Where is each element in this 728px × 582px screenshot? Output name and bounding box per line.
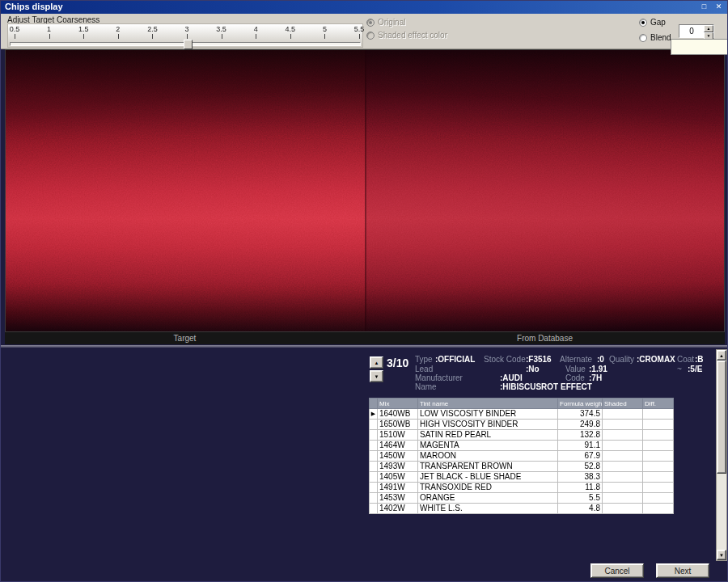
table-row[interactable]: 1510WSATIN RED PEARL132.8 <box>370 430 674 441</box>
window-controls: □ ✕ <box>699 2 724 11</box>
coarseness-ruler[interactable]: 0.511.522.533.544.555.5 <box>7 23 363 48</box>
diff-cell <box>643 441 674 451</box>
ruler-tick-label: 2 <box>116 25 120 33</box>
diff-cell <box>643 493 674 504</box>
field-label-name: Name <box>415 382 437 391</box>
chip-labels-bar: Target From Database <box>5 332 725 344</box>
table-row[interactable]: 1464WMAGENTA91.1 <box>370 441 674 451</box>
mix-cell: 1464W <box>378 441 418 451</box>
down-arrow-icon: ▼ <box>719 553 724 558</box>
diff-cell <box>643 472 674 483</box>
up-arrow-icon: ▲ <box>375 361 379 365</box>
field-label-type: Type <box>415 355 433 364</box>
formula-weight-cell: 52.8 <box>558 462 603 472</box>
field-value-lead: :No <box>526 365 540 373</box>
ruler-tick-label: 3 <box>184 25 188 33</box>
next-record-button[interactable]: ▼ <box>370 370 383 382</box>
radio-label: Gap <box>650 18 666 27</box>
from-database-label: From Database <box>365 332 725 344</box>
vertical-scrollbar[interactable]: ▲ ▼ <box>716 349 727 561</box>
spinner-dropdown-panel <box>671 39 728 55</box>
table-row[interactable]: 1493WTRANSPARENT BROWN52.8 <box>370 462 674 472</box>
radio-original: Original <box>366 18 405 27</box>
formula-table-header: MixTint nameFormula weightShadedDiff. <box>370 399 674 409</box>
column-header-tint-name[interactable]: Tint name <box>418 399 558 409</box>
diff-cell <box>643 430 674 441</box>
mix-cell: 1510W <box>378 430 418 441</box>
title-bar[interactable]: Chips display □ ✕ <box>1 1 727 14</box>
ruler-tick <box>290 34 291 39</box>
mix-cell: 1650WB <box>378 420 418 430</box>
column-header-diff[interactable]: Diff. <box>643 399 674 409</box>
ruler-tick <box>83 34 84 39</box>
scrollbar-thumb[interactable] <box>717 361 726 474</box>
formula-weight-cell: 91.1 <box>558 441 603 451</box>
field-label-quality: Quality <box>609 355 634 364</box>
field-value-manufacturer: :AUDI <box>500 373 523 382</box>
mix-cell: 1402W <box>378 504 418 514</box>
maximize-icon[interactable]: □ <box>699 2 709 11</box>
spinner-up-icon[interactable]: ▲ <box>704 25 713 32</box>
row-selector <box>370 451 378 462</box>
shaded-cell <box>603 472 643 483</box>
shaded-cell <box>603 504 643 514</box>
window-title: Chips display <box>5 2 63 11</box>
mix-cell: 1405W <box>378 472 418 483</box>
ruler-tick-label: 5.5 <box>354 25 365 33</box>
next-button[interactable]: Next <box>656 563 709 578</box>
row-selector <box>370 472 378 483</box>
diff-cell <box>643 420 674 430</box>
field-label-tilde: ~ <box>677 365 682 373</box>
shaded-cell <box>603 462 643 472</box>
radio-label: Original <box>378 18 405 27</box>
radio-label: Blend <box>650 33 671 42</box>
scrollbar-down-button[interactable]: ▼ <box>717 550 726 560</box>
ruler-tick <box>118 34 119 39</box>
radio-label: Shaded effect color <box>378 31 447 40</box>
ruler-tick <box>222 34 222 39</box>
radio-gap[interactable]: Gap <box>639 18 666 27</box>
diff-cell <box>643 462 674 472</box>
close-icon[interactable]: ✕ <box>713 2 724 11</box>
ruler-tick <box>187 34 188 39</box>
formula-weight-cell: 132.8 <box>558 430 603 441</box>
field-label-lead: Lead <box>415 365 433 373</box>
row-selector <box>370 483 378 493</box>
table-row[interactable]: 1491WTRANSOXIDE RED11.8 <box>370 483 674 493</box>
table-row[interactable]: 1450WMAROON67.9 <box>370 451 674 462</box>
column-header-mix[interactable]: Mix <box>378 399 418 409</box>
scrollbar-up-button[interactable]: ▲ <box>717 350 726 361</box>
tint-name-cell: WHITE L.S. <box>418 504 558 514</box>
ruler-tick-label: 5 <box>323 25 327 33</box>
field-value-quality: :CROMAX <box>637 355 675 364</box>
field-value-stock_code: :F3516 <box>526 355 552 364</box>
gap-spinner[interactable]: 0 ▲ ▼ <box>679 24 714 38</box>
table-row[interactable]: 1453WORANGE5.5 <box>370 493 674 504</box>
cancel-button[interactable]: Cancel <box>590 563 644 578</box>
diff-cell <box>643 409 674 420</box>
formula-weight-cell: 5.5 <box>558 493 603 504</box>
field-label-code: Code <box>565 373 585 382</box>
shaded-cell <box>603 420 643 430</box>
table-row[interactable]: 1650WBHIGH VISCOSITY BINDER249.8 <box>370 420 674 430</box>
column-header-formula-weight[interactable]: Formula weight <box>558 399 603 409</box>
coarseness-slider-handle[interactable] <box>184 40 193 49</box>
radio-shaded-effect-color: Shaded effect color <box>366 31 447 40</box>
chip-database-half <box>365 50 724 331</box>
row-selector <box>370 504 378 514</box>
mix-cell: 1640WB <box>378 409 418 420</box>
field-label-stock_code: Stock Code <box>484 355 526 364</box>
table-row[interactable]: 1402WWHITE L.S.4.8 <box>370 504 674 514</box>
radio-icon <box>366 32 375 40</box>
table-row[interactable]: 1405WJET BLACK - BLUE SHADE38.3 <box>370 472 674 483</box>
prev-record-button[interactable]: ▲ <box>370 356 383 369</box>
radio-blend[interactable]: Blend <box>639 33 671 42</box>
ruler-tick <box>324 34 325 39</box>
tint-name-cell: MAROON <box>418 451 558 462</box>
row-selector: ▶ <box>370 409 378 420</box>
table-row[interactable]: ▶1640WBLOW VISCOSITY BINDER374.5 <box>370 409 674 420</box>
column-header-shaded[interactable]: Shaded <box>603 399 643 409</box>
ruler-tick-label: 1.5 <box>78 25 89 33</box>
separator-line <box>1 345 727 348</box>
ruler-tick <box>49 34 50 39</box>
